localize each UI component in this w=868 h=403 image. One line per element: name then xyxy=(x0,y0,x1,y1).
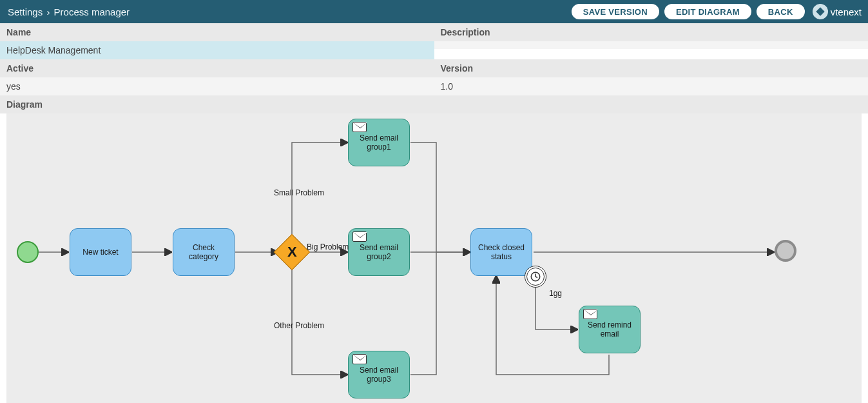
description-label: Description xyxy=(434,23,869,41)
diagram-wrapper: New ticket Check category X Send email g… xyxy=(0,113,868,403)
task-new-ticket[interactable]: New ticket xyxy=(70,228,131,276)
version-value: 1.0 xyxy=(434,77,869,95)
form-area: Name Description HelpDesk Management Act… xyxy=(0,23,868,113)
flow-connectors xyxy=(6,113,862,403)
task-check-closed-status-label: Check closed status xyxy=(475,243,528,261)
description-value xyxy=(434,41,869,49)
mail-icon xyxy=(352,122,367,132)
bpmn-start-event[interactable] xyxy=(17,241,39,263)
task-send-email-group1-label: Send email group1 xyxy=(352,133,405,152)
version-label: Version xyxy=(434,59,869,77)
edge-label-other-problem: Other Problem xyxy=(274,321,324,330)
diagram-section-label: Diagram xyxy=(0,95,868,113)
breadcrumb-current: Process manager xyxy=(54,6,130,17)
active-value: yes xyxy=(0,77,434,95)
name-value: HelpDesk Management xyxy=(0,41,434,59)
brand: vtenext xyxy=(813,4,862,19)
bpmn-end-event[interactable] xyxy=(775,240,796,262)
task-send-remind-email[interactable]: Send remind email xyxy=(579,306,641,353)
mail-icon xyxy=(352,354,367,364)
clock-icon xyxy=(530,271,541,282)
back-button[interactable]: BACK xyxy=(757,4,805,19)
task-send-remind-email-label: Send remind email xyxy=(583,320,636,339)
task-new-ticket-label: New ticket xyxy=(82,248,118,257)
mail-icon xyxy=(352,231,367,242)
diagram-canvas[interactable]: New ticket Check category X Send email g… xyxy=(6,113,862,403)
active-label: Active xyxy=(0,59,434,77)
brand-name: vtenext xyxy=(831,6,862,17)
edge-label-small-problem: Small Problem xyxy=(274,188,324,197)
task-check-closed-status[interactable]: Check closed status xyxy=(470,228,532,276)
edge-label-big-problem: Big Problem xyxy=(307,242,349,251)
brand-logo-icon xyxy=(813,4,828,19)
exclusive-gateway-icon: X xyxy=(287,244,297,260)
breadcrumb-root[interactable]: Settings xyxy=(8,6,43,17)
task-send-email-group2[interactable]: Send email group2 xyxy=(348,228,410,276)
exclusive-gateway[interactable]: X xyxy=(274,234,311,271)
name-label: Name xyxy=(0,23,434,41)
save-version-button[interactable]: SAVE VERSION xyxy=(572,4,659,19)
breadcrumb: Settings › Process manager xyxy=(8,6,130,17)
edge-label-timer: 1gg xyxy=(549,289,562,298)
task-send-email-group2-label: Send email group2 xyxy=(352,243,405,261)
task-check-category-label: Check category xyxy=(177,243,230,261)
task-check-category[interactable]: Check category xyxy=(173,228,235,276)
mail-icon xyxy=(583,309,597,319)
task-send-email-group3-label: Send email group3 xyxy=(352,366,405,384)
top-bar-actions: SAVE VERSION EDIT DIAGRAM BACK vtenext xyxy=(572,4,862,19)
top-bar: Settings › Process manager SAVE VERSION … xyxy=(0,0,868,23)
breadcrumb-separator: › xyxy=(45,6,51,17)
timer-boundary-event[interactable] xyxy=(525,266,546,288)
edit-diagram-button[interactable]: EDIT DIAGRAM xyxy=(664,4,751,19)
task-send-email-group1[interactable]: Send email group1 xyxy=(348,119,410,166)
task-send-email-group3[interactable]: Send email group3 xyxy=(348,351,410,398)
